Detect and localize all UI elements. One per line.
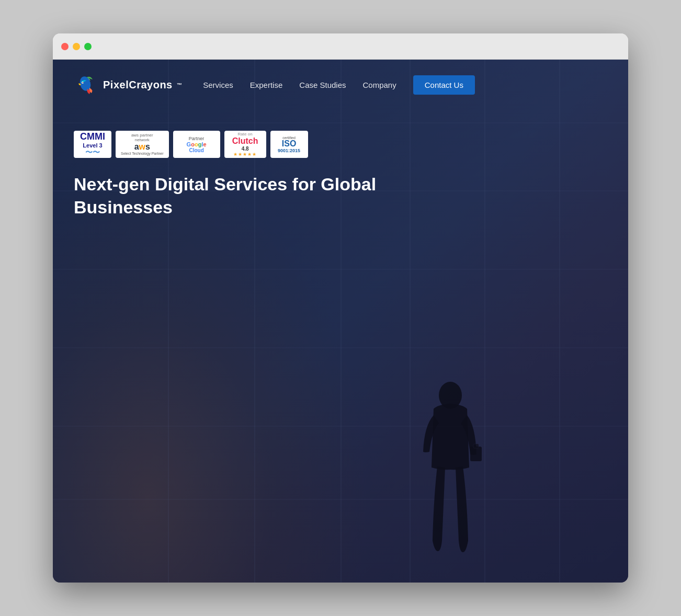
badge-iso: certified ISO 9001:2015 [270,131,308,158]
cmmi-wavy: 〜〜 [80,149,105,156]
badge-cmmi: CMMI Level 3 〜〜 [74,131,111,158]
svg-rect-2 [473,444,479,448]
hero-section: PixelCrayons™ Services Expertise Case St… [53,60,628,583]
svg-point-5 [83,82,84,83]
badge-clutch: Rate on Clutch 4.8 ★★★★★ [224,131,266,158]
nav-item-services[interactable]: Services [203,81,233,89]
iso-badge-content: certified ISO 9001:2015 [278,136,300,153]
person-silhouette [419,373,482,583]
browser-titlebar [53,33,628,60]
aws-badge-content: aws partnernetwork aws Select Technology… [121,133,164,156]
navbar: PixelCrayons™ Services Expertise Case St… [53,60,628,110]
cmmi-level: CMMI [80,132,105,142]
clutch-top: Rate on [238,132,253,136]
aws-top-label: aws partnernetwork [131,133,153,143]
iso-main: ISO [282,140,297,148]
badge-aws: aws partnernetwork aws Select Technology… [116,131,169,158]
google-badge-content: Partner Google Cloud [187,136,207,153]
badges-row: CMMI Level 3 〜〜 aws partnernetwork aws S… [74,131,607,158]
nav-item-company[interactable]: Company [363,81,396,89]
nav-item-case-studies[interactable]: Case Studies [299,81,346,89]
browser-content: PixelCrayons™ Services Expertise Case St… [53,60,628,583]
contact-us-button[interactable]: Contact Us [413,75,475,95]
nav-links: Services Expertise Case Studies Company … [203,75,607,95]
minimize-button[interactable] [73,43,80,50]
aws-brand: aws [134,142,150,152]
svg-rect-1 [470,447,482,461]
badge-google: Partner Google Cloud [173,131,220,158]
cmmi-badge-content: CMMI Level 3 〜〜 [80,132,105,156]
close-button[interactable] [61,43,69,50]
clutch-stars: ★★★★★ [233,152,257,157]
logo-tm: ™ [177,82,183,88]
logo-text: PixelCrayons [103,79,173,91]
clutch-brand: Clutch [232,136,258,146]
nav-item-expertise[interactable]: Expertise [250,81,283,89]
iso-number: 9001:2015 [278,148,300,153]
browser-window: PixelCrayons™ Services Expertise Case St… [53,33,628,583]
google-partner-label: Partner [189,136,205,141]
hero-headline: Next-gen Digital Services for Global Bus… [74,173,440,219]
logo-icon [74,72,99,97]
clutch-rating: 4.8 [242,146,249,152]
clutch-badge-content: Rate on Clutch 4.8 ★★★★★ [232,132,258,157]
maximize-button[interactable] [84,43,92,50]
google-cloud-label: Cloud [189,147,203,153]
hero-body: CMMI Level 3 〜〜 aws partnernetwork aws S… [53,110,628,219]
logo-container: PixelCrayons™ [74,72,182,97]
google-cloud-text: Google [187,141,207,147]
aws-bottom-label: Select Technology Partner [121,152,164,155]
